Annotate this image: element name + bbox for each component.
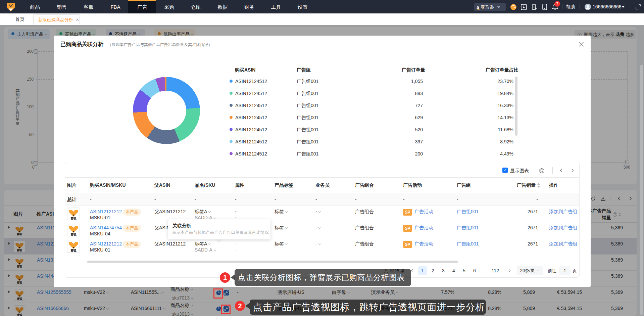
svg-text:赛狐: 赛狐 [70, 249, 77, 252]
svg-text:赛狐: 赛狐 [70, 233, 77, 236]
svg-text:赛狐: 赛狐 [70, 217, 77, 220]
